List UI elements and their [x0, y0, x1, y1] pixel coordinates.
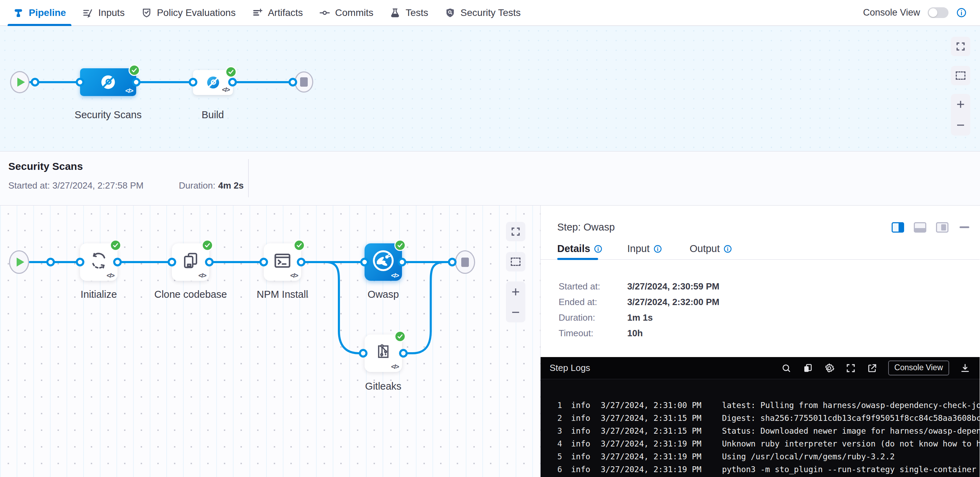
npm-install-icon [272, 250, 293, 271]
log-level: info [571, 426, 590, 436]
step-logs-body[interactable]: 1 info 3/27/2024, 2:31:00 PM latest: Pul… [541, 379, 980, 477]
edge [232, 81, 293, 83]
edge-dot [205, 258, 214, 266]
console-view-button[interactable]: Console View [888, 361, 949, 375]
info-icon[interactable] [956, 7, 967, 18]
stage-canvas-zoom-control[interactable] [951, 94, 970, 136]
code-glyph: </> [199, 272, 206, 279]
log-timestamp: 3/27/2024, 2:31:19 PM [601, 465, 702, 474]
edge-dot [289, 78, 298, 87]
stage-graph-canvas[interactable]: </> Security Scans </> Build [0, 26, 980, 152]
active-tab-underline [557, 258, 598, 260]
owasp-icon [370, 247, 396, 274]
detail-label: Started at: [558, 281, 600, 292]
tab-tests[interactable]: Tests [390, 0, 428, 25]
edge [401, 261, 453, 263]
log-timestamp: 3/27/2024, 2:31:15 PM [601, 426, 702, 436]
tab-security-tests[interactable]: Security Tests [445, 0, 521, 25]
clone-codebase-icon [181, 250, 200, 271]
log-line: 5 info 3/27/2024, 2:31:19 PM Using /usr/… [541, 450, 980, 463]
download-logs-icon[interactable] [959, 362, 970, 374]
tab-pipeline[interactable]: Pipeline [13, 0, 66, 25]
step-label[interactable]: Gitleaks [365, 381, 402, 392]
step-end-node [455, 250, 475, 274]
detail-row: Duration: 1m 1s [558, 312, 595, 323]
copy-logs-icon[interactable] [802, 362, 813, 374]
stage-canvas-marquee-button[interactable] [951, 66, 970, 85]
console-view-toggle[interactable] [928, 7, 948, 18]
step-node-npm-install[interactable]: </> [264, 243, 301, 281]
step-logs-actions: Console View [781, 361, 970, 375]
edge [136, 81, 193, 83]
stage-info-title: Security Scans [8, 161, 83, 172]
zoom-out-icon [511, 307, 521, 317]
edge-dot [46, 258, 55, 266]
search-logs-icon[interactable] [781, 362, 792, 374]
log-message: Status: Downloaded newer image for harne… [722, 426, 980, 436]
tab-inputs[interactable]: Inputs [83, 0, 124, 25]
stage-label[interactable]: Security Scans [75, 109, 142, 121]
tab-input[interactable]: Input [627, 243, 662, 254]
step-label[interactable]: NPM Install [257, 289, 308, 300]
fullscreen-logs-icon[interactable] [845, 362, 856, 374]
step-node-clone-codebase[interactable]: </> [172, 243, 209, 281]
pipeline-execution-page: Pipeline Inputs Policy Evaluations Arti [0, 0, 980, 477]
tab-commits[interactable]: Commits [320, 0, 373, 25]
edge-dot [132, 78, 141, 87]
step-canvas-zoom-control[interactable] [506, 281, 525, 322]
log-line: 2 info 3/27/2024, 2:31:15 PM Digest: sha… [541, 412, 980, 424]
tab-policy-evaluations[interactable]: Policy Evaluations [142, 0, 235, 25]
step-label[interactable]: Initialize [81, 289, 117, 300]
artifacts-icon [252, 7, 263, 18]
step-label[interactable]: Owasp [368, 289, 399, 300]
step-label[interactable]: Clone codebase [154, 289, 227, 300]
edge-dot [76, 258, 84, 266]
stage-start-node [10, 71, 29, 93]
stage-node-build[interactable]: </> [193, 70, 233, 95]
stage-canvas-fullscreen-button[interactable] [951, 37, 970, 56]
edge-dot [359, 349, 368, 358]
code-glyph: </> [290, 272, 298, 279]
step-node-owasp[interactable]: </> [364, 243, 402, 281]
step-node-initialize[interactable]: </> [80, 243, 118, 281]
zoom-in-icon [955, 99, 966, 110]
step-node-gitleaks[interactable]: </> [364, 335, 402, 372]
success-check-icon [294, 239, 305, 251]
zoom-out-icon [955, 120, 966, 130]
tab-details[interactable]: Details [557, 243, 603, 254]
policy-evaluations-icon [142, 7, 153, 18]
layout-floating-panel-icon[interactable] [936, 222, 948, 233]
top-nav: Pipeline Inputs Policy Evaluations Arti [0, 0, 980, 26]
minimize-panel-icon[interactable] [958, 222, 970, 233]
log-settings-gear-icon[interactable] [824, 362, 835, 374]
divider [248, 159, 249, 197]
step-canvas-fullscreen-button[interactable] [506, 222, 525, 241]
step-graph-canvas[interactable]: </> Initialize </> Clone codebase [0, 206, 540, 477]
layout-right-panel-icon[interactable] [892, 222, 904, 233]
detail-value: 10h [627, 328, 870, 339]
detail-value: 3/27/2024, 2:30:59 PM [627, 281, 870, 292]
layout-bottom-panel-icon[interactable] [914, 222, 926, 233]
step-logs-header: Step Logs [541, 357, 980, 379]
marquee-select-icon [511, 258, 520, 266]
stage-node-security-scans[interactable]: </> [80, 68, 136, 96]
edge-dot [31, 78, 40, 87]
tab-artifacts[interactable]: Artifacts [252, 0, 303, 25]
edge-dot [297, 258, 305, 266]
edge-dot [259, 258, 268, 266]
detail-value: 3/27/2024, 2:32:00 PM [627, 297, 870, 308]
play-icon [17, 258, 24, 266]
detail-row: Started at: 3/27/2024, 2:30:59 PM [558, 281, 600, 292]
open-in-new-icon[interactable] [867, 362, 878, 374]
code-glyph: </> [126, 87, 133, 95]
inputs-icon [83, 7, 94, 18]
tab-label: Pipeline [29, 7, 66, 18]
step-canvas-marquee-button[interactable] [506, 252, 525, 271]
pipeline-icon [13, 7, 24, 18]
info-icon [723, 244, 732, 254]
stage-label[interactable]: Build [202, 109, 224, 121]
edge [300, 261, 364, 263]
log-line: 4 info 3/27/2024, 2:31:19 PM Unknown rub… [541, 437, 980, 450]
tab-output[interactable]: Output [690, 243, 732, 254]
log-timestamp: 3/27/2024, 2:31:19 PM [601, 452, 702, 461]
